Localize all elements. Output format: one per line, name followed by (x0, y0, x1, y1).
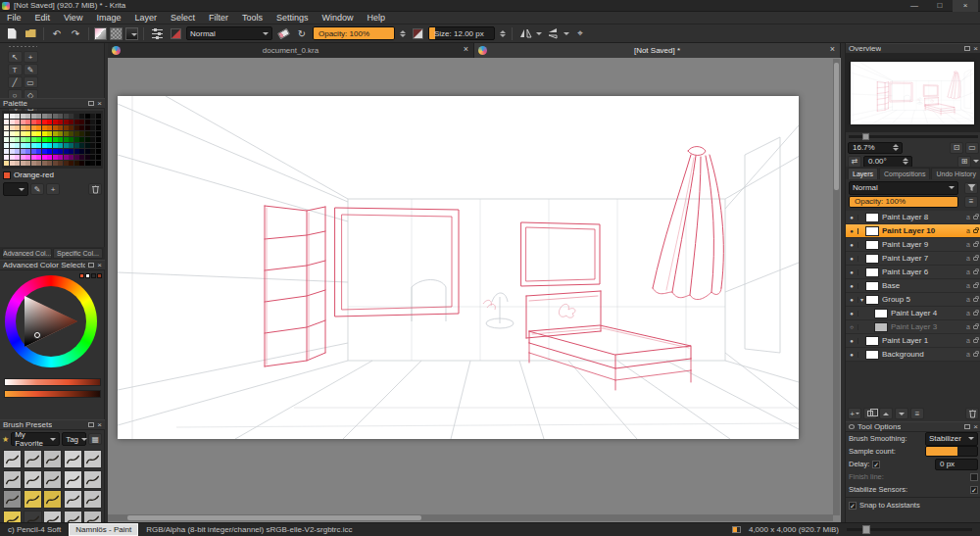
close-panel-icon[interactable]: × (97, 420, 102, 429)
palette-swatch[interactable] (42, 155, 47, 160)
dock-tab-layers[interactable]: Layers (848, 168, 878, 179)
palette-swatch[interactable] (21, 161, 25, 166)
brush-preset-tile[interactable] (24, 490, 42, 509)
rotation-spinner[interactable] (901, 158, 909, 165)
palette-swatch[interactable] (53, 137, 58, 142)
palette-swatch[interactable] (69, 125, 74, 130)
undo-button[interactable]: ↶ (49, 26, 65, 41)
brush-preset-tile[interactable] (3, 490, 22, 509)
palette-swatch[interactable] (31, 120, 36, 124)
zoom-field[interactable]: 16.7% (848, 142, 903, 154)
alpha-lock-icon[interactable]: a (966, 337, 970, 344)
fit-width-button[interactable]: ▭ (965, 142, 979, 154)
palette-swatch[interactable] (21, 131, 25, 136)
layer-visibility-toggle[interactable]: ● (846, 352, 858, 358)
layer-visibility-toggle[interactable]: ● (846, 297, 858, 303)
palette-swatch[interactable] (69, 120, 74, 124)
palette-swatch[interactable] (42, 120, 47, 124)
palette-swatch[interactable] (64, 137, 69, 142)
brush-preset-tile[interactable] (43, 490, 62, 509)
delete-layer-button[interactable] (965, 408, 979, 419)
palette-swatch[interactable] (79, 120, 84, 124)
finish-line-checkbox[interactable] (970, 473, 978, 481)
palette-swatch[interactable] (4, 131, 9, 136)
layer-lock-icon[interactable] (973, 216, 978, 219)
layer-row[interactable]: ● Paint Layer 7 a (846, 252, 980, 266)
palette-swatch[interactable] (53, 125, 58, 130)
alpha-lock-icon[interactable]: a (966, 227, 970, 234)
chevron-down-icon[interactable] (564, 32, 569, 38)
palette-swatch[interactable] (90, 161, 95, 166)
new-document-button[interactable] (4, 26, 20, 41)
palette-swatch[interactable] (21, 114, 25, 119)
menu-item-window[interactable]: Window (315, 12, 360, 24)
transform-tool[interactable]: ↖ (8, 51, 23, 63)
palette-swatch[interactable] (74, 137, 79, 142)
palette-swatch[interactable] (36, 155, 41, 160)
palette-swatch[interactable] (79, 114, 84, 119)
palette-swatch[interactable] (31, 143, 36, 148)
slider-handle[interactable] (862, 525, 870, 534)
palette-swatch[interactable] (10, 149, 15, 154)
palette-swatch[interactable] (69, 143, 74, 148)
mirror-view-button[interactable]: ⇄ (848, 156, 861, 168)
alpha-lock-icon[interactable]: a (966, 296, 970, 303)
palette-swatch[interactable] (79, 131, 84, 136)
scrollbar-handle[interactable] (127, 515, 421, 520)
palette-swatch[interactable] (90, 114, 95, 119)
palette-swatch[interactable] (42, 137, 47, 142)
palette-swatch[interactable] (10, 155, 15, 160)
overview-thumbnail[interactable] (846, 54, 980, 132)
layer-row[interactable]: ● Paint Layer 6 a (846, 266, 980, 279)
palette-swatch[interactable] (64, 161, 69, 166)
palette-swatch[interactable] (42, 131, 47, 136)
palette-swatch[interactable] (10, 161, 15, 166)
palette-swatch[interactable] (90, 149, 95, 154)
palette-swatch[interactable] (36, 149, 41, 154)
palette-swatch[interactable] (64, 143, 69, 148)
palette-swatch[interactable] (58, 161, 63, 166)
palette-swatch[interactable] (36, 137, 41, 142)
minimize-button[interactable]: — (902, 0, 927, 12)
float-panel-icon[interactable] (88, 263, 94, 268)
group-expand-caret[interactable]: ▾ (858, 296, 865, 303)
palette-swatch[interactable] (96, 149, 101, 154)
layer-lock-icon[interactable] (973, 284, 978, 288)
palette-swatch[interactable] (85, 143, 90, 148)
palette-swatch[interactable] (31, 114, 36, 119)
rotation-field[interactable]: 0.00° (863, 156, 912, 168)
palette-swatch[interactable] (25, 137, 30, 142)
dock-tab-advanced-color[interactable]: Advanced Col... (2, 248, 52, 259)
float-panel-icon[interactable] (964, 424, 970, 429)
move-layer-down-button[interactable] (895, 408, 908, 419)
layer-lock-icon[interactable] (973, 298, 978, 302)
layer-row[interactable]: ● Paint Layer 9 a (846, 238, 980, 252)
alpha-lock-icon[interactable]: a (966, 268, 970, 275)
palette-swatch[interactable] (90, 143, 95, 148)
palette-swatch[interactable] (10, 143, 15, 148)
chevron-down-icon[interactable] (973, 160, 979, 166)
document-tab-1[interactable]: [Not Saved] * × (474, 43, 841, 58)
palette-swatch[interactable] (58, 125, 63, 130)
dock-tab-undo-history[interactable]: Undo History (931, 168, 980, 179)
brush-preset-tile[interactable] (43, 470, 62, 489)
menu-item-edit[interactable]: Edit (28, 12, 58, 24)
alpha-lock-icon[interactable]: a (966, 255, 970, 262)
opacity-slider[interactable]: Opacity: 100% (313, 26, 395, 40)
palette-swatch[interactable] (85, 149, 90, 154)
palette-swatch[interactable] (64, 131, 69, 136)
palette-swatch[interactable] (74, 149, 79, 154)
layer-lock-icon[interactable] (973, 257, 978, 261)
layer-row[interactable]: ● Paint Layer 8 a (846, 211, 980, 224)
favorite-tag-combo[interactable]: My Favorite (11, 432, 60, 446)
layer-row[interactable]: ● Paint Layer 1 a (846, 334, 980, 348)
layer-row[interactable]: ● Paint Layer 4 a (846, 307, 980, 320)
palette-swatch[interactable] (96, 120, 101, 124)
palette-swatch[interactable] (79, 125, 84, 130)
palette-swatch[interactable] (36, 120, 41, 124)
palette-swatch[interactable] (85, 131, 90, 136)
palette-swatch[interactable] (96, 161, 101, 166)
menu-item-layer[interactable]: Layer (127, 12, 164, 24)
palette-swatch[interactable] (47, 155, 52, 160)
palette-swatch[interactable] (69, 155, 74, 160)
